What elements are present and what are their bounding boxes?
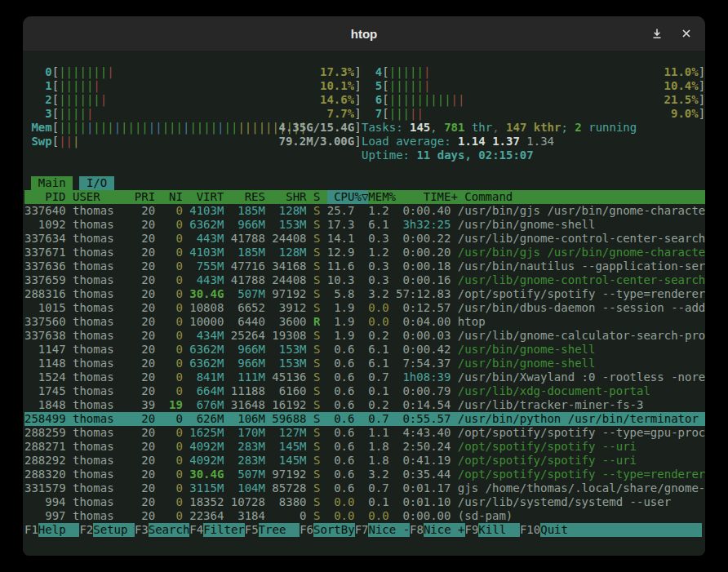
process-row[interactable]: 994 thomas20 0 18352 10728 8380 S 0.0 0.…	[24, 495, 705, 509]
process-row[interactable]: 337638 thomas20 0 434M 25264 19308 S 1.9…	[24, 329, 705, 343]
cell-gap	[389, 218, 396, 232]
cell-mem: 6.1	[362, 343, 389, 357]
process-row[interactable]: 337634 thomas20 0 443M 41788 24408 S 14.…	[24, 232, 705, 246]
cell-res: 170M	[231, 426, 265, 440]
cell-ni: 0	[162, 454, 183, 468]
cell-gap	[183, 232, 189, 246]
close-icon[interactable]	[679, 26, 694, 41]
process-row[interactable]: 337560 thomas20 0 10000 6440 3600 R 1.9 …	[24, 315, 705, 329]
meter-close-bracket: ]	[354, 135, 361, 149]
process-row[interactable]: 258499 thomas20 0 626M 106M 59688 S 0.6 …	[24, 412, 705, 426]
cell-time: 0:01.10	[396, 495, 451, 509]
tab-io[interactable]: I/O	[79, 176, 113, 190]
meter-row: Swp[|||79.2M/3.00G]Load average: 1.14 1.…	[24, 135, 705, 149]
cell-mem: 3.2	[362, 468, 389, 481]
cell-gap	[265, 398, 272, 412]
fn-nice-button[interactable]: F7Nice -	[355, 523, 410, 537]
cell-gap	[155, 384, 162, 398]
cell-time: 0:55.57	[396, 412, 451, 426]
fn-help-button[interactable]: F1Help	[24, 523, 79, 537]
process-row[interactable]: 997 thomas20 0 22364 3184 0 S 0.0 0.0 0:…	[24, 509, 705, 523]
process-row[interactable]: 1848 thomas39 19 676M 31648 16192 S 0.6 …	[24, 398, 705, 412]
tab-main[interactable]: Main	[31, 176, 73, 190]
process-row[interactable]: 337671 thomas20 0 4103M 185M 128M S 12.9…	[24, 246, 705, 259]
process-row[interactable]: 1148 thomas20 0 6362M 966M 153M S 0.6 6.…	[24, 357, 705, 370]
cell-time: 0:04.00	[396, 315, 451, 329]
uptime-segment: Uptime:	[362, 149, 416, 162]
fn-nice-button[interactable]: F8Nice +	[410, 523, 464, 537]
table-header[interactable]: PID USERPRI NI VIRT RES SHR S CPU%▽MEM% …	[24, 190, 705, 204]
column-header-virt[interactable]: VIRT	[189, 190, 224, 204]
meter-bars: |||||||14.6%	[59, 93, 354, 107]
cell-gap	[389, 287, 396, 301]
column-header-mem[interactable]: MEM%	[368, 190, 396, 204]
cell-gap	[320, 246, 326, 259]
cell-gap	[155, 287, 162, 301]
meter-bars: |||||9.0%	[389, 107, 699, 121]
process-row[interactable]: 337636 thomas20 0 755M 47716 34168 S 11.…	[24, 259, 705, 273]
cell-shr: 85728	[272, 481, 306, 495]
process-row[interactable]: 1745 thomas20 0 664M 11188 6160 S 0.6 0.…	[24, 384, 705, 398]
meter-close-bracket: ]	[354, 79, 361, 93]
cell-gap	[155, 329, 162, 343]
cell-virt: 841M	[189, 370, 224, 384]
column-header-res[interactable]: RES	[231, 190, 265, 204]
column-header-ni[interactable]: NI	[162, 190, 183, 204]
meter-bars: ||||||10.4%	[389, 79, 699, 93]
cell-gap	[320, 343, 326, 357]
cell-gap	[66, 287, 73, 301]
fn-kill-button[interactable]: F9Kill	[465, 523, 520, 537]
cell-shr: 127M	[272, 426, 306, 440]
fn-sortby-button[interactable]: F6SortBy	[300, 523, 354, 537]
cell-gap	[265, 259, 272, 273]
tasks-summary-segment: 781	[444, 121, 464, 135]
column-header-command[interactable]: Command	[464, 190, 705, 204]
meter-bar-segment: ||	[451, 93, 465, 106]
fn-setup-button[interactable]: F2Setup	[79, 523, 134, 537]
fn-tree-button[interactable]: F5Tree	[245, 523, 300, 537]
meter-bar-segment: ||||||	[59, 93, 100, 106]
process-row[interactable]: 1147 thomas20 0 6362M 966M 153M S 0.6 6.…	[24, 343, 705, 357]
meter-bars: ||||||10.1%	[59, 79, 354, 93]
fn-quit-button[interactable]: F10Quit	[520, 523, 705, 537]
window-titlebar[interactable]: htop	[23, 16, 705, 51]
process-row[interactable]: 288259 thomas20 0 1625M 170M 127M S 0.6 …	[24, 426, 705, 440]
process-row[interactable]: 288271 thomas20 0 4092M 283M 145M S 0.6 …	[24, 440, 705, 454]
process-row[interactable]: 1524 thomas20 0 841M 111M 45136 S 0.6 0.…	[24, 370, 705, 384]
process-row[interactable]: 288292 thomas20 0 4092M 283M 145M S 0.6 …	[24, 454, 705, 468]
meter-4: 4[||||||11.0%]	[362, 65, 705, 79]
cell-virt: 626M	[189, 412, 224, 426]
column-header-pri[interactable]: PRI	[135, 190, 155, 204]
fn-filter-button[interactable]: F4Filter	[189, 523, 244, 537]
process-row[interactable]: 1092 thomas20 0 6362M 966M 153M S 17.3 6…	[24, 218, 705, 232]
cell-ni: 0	[162, 343, 183, 357]
cell-gap	[389, 412, 396, 426]
column-header-cpu[interactable]: CPU%	[334, 190, 362, 204]
column-header-s[interactable]: S	[313, 190, 320, 204]
column-header-pid[interactable]: PID	[24, 190, 66, 204]
process-row[interactable]: 288320 thomas20 0 30.4G 507M 97192 S 0.6…	[24, 468, 705, 481]
process-row[interactable]: 288316 thomas20 0 30.4G 507M 97192 S 5.8…	[24, 287, 705, 301]
process-row[interactable]: 337640 thomas20 0 4103M 185M 128M S 25.7…	[24, 204, 705, 218]
column-header-user[interactable]: USER	[73, 190, 135, 204]
cell-s: S	[313, 495, 320, 509]
cell-gap	[224, 273, 230, 287]
meter-open-bracket: [	[382, 107, 388, 121]
htop-terminal[interactable]: 0[||||||||17.3%] 4[||||||11.0%] 1[||||||…	[23, 51, 705, 556]
cell-user: thomas	[73, 384, 135, 398]
cell-command: gjs /home/thomas/.local/share/gnome-s	[458, 481, 705, 495]
process-row[interactable]: 337659 thomas20 0 443M 41788 24408 S 10.…	[24, 273, 705, 287]
fn-search-button[interactable]: F3Search	[135, 523, 189, 537]
cell-pid: 337636	[24, 259, 66, 273]
minimize-down-icon[interactable]	[650, 26, 664, 41]
cell-gap	[183, 412, 189, 426]
process-row[interactable]: 331579 thomas20 0 3115M 104M 85728 S 0.6…	[24, 481, 705, 495]
cell-gap	[451, 454, 457, 468]
cell-cpu: 0.6	[327, 370, 355, 384]
column-header-shr[interactable]: SHR	[272, 190, 306, 204]
cell-gap	[307, 301, 313, 315]
column-header-time[interactable]: TIME+	[402, 190, 457, 204]
process-row[interactable]: 1015 thomas20 0 10808 6652 3912 S 1.9 0.…	[24, 301, 705, 315]
cell-shr: 19308	[272, 329, 306, 343]
cell-gap	[66, 246, 73, 259]
